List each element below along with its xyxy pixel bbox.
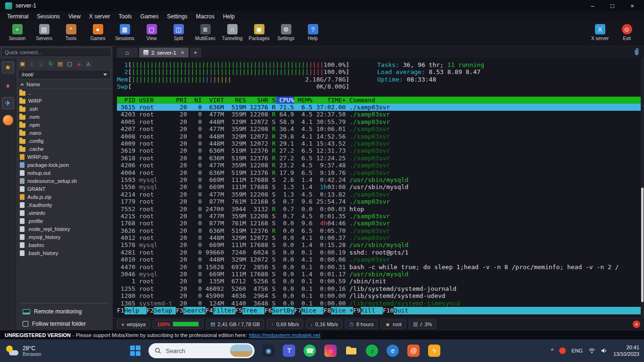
toolbar-help-button[interactable]: ?Help	[299, 24, 326, 41]
tray-app-icon[interactable]	[559, 347, 566, 354]
fkey-filter[interactable]: F4Filter	[206, 307, 235, 314]
favorites-star-icon[interactable]: ★	[2, 61, 14, 74]
ms-app-icon[interactable]	[449, 345, 461, 357]
process-row[interactable]: 4203 root 20 0 477M 359M 12208 R 64.9 4.…	[117, 111, 644, 118]
toolbar-tools-button[interactable]: *Tools	[58, 24, 84, 41]
menu-games[interactable]: Games	[136, 12, 163, 21]
file-item-mysql-history[interactable]: .mysql_history	[16, 233, 113, 241]
menu-x-server[interactable]: X server	[85, 12, 115, 21]
column-header-pri[interactable]: PRI	[176, 97, 187, 104]
mail-icon[interactable]: @	[407, 345, 420, 357]
file-item-nodesource-setup-sh[interactable]: nodesource_setup.sh	[16, 177, 113, 185]
terminal-scrollbar[interactable]	[641, 58, 644, 318]
remote-monitoring-button[interactable]: Remote monitoring	[16, 305, 113, 318]
taskbar-clock[interactable]: 20:41 13/10/2023	[613, 344, 639, 357]
toolbar-x-server-button[interactable]: XX server	[586, 24, 613, 41]
column-header-cpu[interactable]: CPU%	[276, 97, 294, 104]
fkey-nice[interactable]: F8Nice +	[323, 307, 353, 314]
edge-icon[interactable]: e	[387, 345, 399, 357]
teams-icon[interactable]: T	[283, 345, 295, 357]
column-header-ni[interactable]: NI	[187, 97, 202, 104]
column-header-shr[interactable]: SHR	[246, 97, 268, 104]
status-cpu-gauge[interactable]: 100%	[153, 320, 203, 329]
terminal[interactable]: 1[||||||||||||||||||||||||||||||||||||||…	[113, 58, 644, 318]
quick-connect-input[interactable]	[1, 48, 111, 57]
file-item-bashrc[interactable]: .bashrc	[16, 241, 113, 249]
column-header-user[interactable]: USER	[135, 97, 176, 104]
file-item-wirp[interactable]: WIRP	[16, 97, 113, 105]
file-item-wirp-zip[interactable]: WIRP.zip	[16, 153, 113, 161]
open-folder-icon[interactable]: ▤	[56, 60, 64, 68]
zap-icon[interactable]: ϟ	[428, 345, 440, 357]
process-row[interactable]: 3046 mysql 20 0 669M 111M 17688 S 0.0 1.…	[117, 271, 644, 278]
status-download[interactable]: ↓0,16 Mb/s	[306, 320, 342, 329]
column-header-res[interactable]: RES	[224, 97, 246, 104]
process-row[interactable]: 4008 root 20 0 448M 329M 12072 R 29.8 4.…	[117, 133, 644, 140]
menu-macros[interactable]: Macros	[192, 12, 219, 21]
toolbar-games-button[interactable]: ●Games	[84, 24, 111, 41]
start-button[interactable]	[130, 345, 141, 356]
name-column-header[interactable]: Name	[16, 80, 113, 89]
menu-help[interactable]: Help	[219, 12, 239, 21]
toolbar-packages-button[interactable]: ▣Packages	[246, 24, 272, 41]
process-row[interactable]: 4206 root 20 0 477M 359M 12208 R 23.2 4.…	[117, 162, 644, 169]
status-disk[interactable]: ▥/: 3%	[409, 320, 436, 329]
process-row[interactable]: 1 root 20 0 135M 6712 5256 S 0.0 0.1 0:0…	[117, 278, 644, 285]
process-row[interactable]: 1280 root 20 0 45900 4036 2964 S 0.0 0.1…	[117, 292, 644, 299]
file-item-aufa-js-zip[interactable]: Aufa.js.zip	[16, 193, 113, 201]
process-row[interactable]: 4004 root 20 0 636M 519M 12376 R 17.9 6.…	[117, 169, 644, 176]
column-header-pid[interactable]: PID	[117, 97, 135, 104]
new-tab-button[interactable]: +	[190, 48, 201, 58]
weather-widget[interactable]: 28°C Berawan	[5, 345, 41, 357]
process-row[interactable]: 7552 root 20 0 24700 3944 3132 R 0.7 0.0…	[117, 206, 644, 213]
maximize-button[interactable]: □	[603, 0, 622, 11]
tray-chevron-icon[interactable]: ^	[551, 347, 553, 354]
status-uptime[interactable]: ◷8 hours	[345, 320, 378, 329]
process-row[interactable]: 4214 root 20 0 477M 359M 12208 S 1.3 4.5…	[117, 191, 644, 198]
process-row[interactable]: 4281 root 20 0 99660 7240 6024 S 0.0 0.1…	[117, 249, 644, 256]
process-row[interactable]: 3618 root 20 0 636M 519M 12376 R 27.2 6.…	[117, 155, 644, 162]
stop-icon[interactable]: ●	[75, 60, 83, 68]
column-header-mem[interactable]: MEM%	[294, 97, 313, 104]
fkey-quit[interactable]: F10Quit	[383, 307, 416, 314]
toolbar-split-button[interactable]: ◫Split	[165, 24, 192, 41]
status-user[interactable]: ☻root	[380, 320, 406, 329]
menu-terminal[interactable]: Terminal	[3, 12, 33, 21]
file-item-nano[interactable]: .nano	[16, 129, 113, 137]
minimize-button[interactable]: –	[583, 0, 603, 11]
process-row[interactable]: 4012 root 20 0 448M 329M 12072 S 0.0 4.1…	[117, 234, 644, 241]
edit-icon[interactable]: A	[84, 60, 92, 68]
toolbar-tunneling-button[interactable]: ∩Tunneling	[219, 24, 246, 41]
macros-icon[interactable]: ♦	[2, 79, 14, 91]
menu-view[interactable]: View	[64, 12, 85, 21]
file-item-profile[interactable]: .profile	[16, 217, 113, 225]
copilot-icon[interactable]: ◉	[262, 345, 274, 357]
file-item-xauthority[interactable]: .Xauthority	[16, 201, 113, 209]
toolbar-exit-button[interactable]: ⊙Exit	[613, 24, 640, 41]
menu-tools[interactable]: Tools	[115, 12, 136, 21]
new-file-icon[interactable]: ▢	[66, 60, 74, 68]
column-header-time[interactable]: TIME+	[313, 97, 346, 104]
process-row[interactable]: 3626 root 20 0 636M 519M 12376 R 0.0 6.5…	[117, 227, 644, 234]
toolbar-servers-button[interactable]: ▤Servers	[31, 24, 58, 41]
fkey-search[interactable]: F3Search	[176, 307, 206, 314]
process-row[interactable]: 4010 root 20 0 448M 329M 12072 S 0.0 4.1…	[117, 256, 644, 263]
fkey-tree[interactable]: F5Tree	[235, 307, 265, 314]
refresh-icon[interactable]: ↻	[47, 60, 55, 68]
process-row[interactable]: 4009 root 20 0 448M 329M 12072 R 29.1 4.…	[117, 140, 644, 147]
process-row[interactable]: 1578 mysql 20 0 669M 111M 17688 S 0.0 1.…	[117, 241, 644, 248]
process-row[interactable]: 1255 root 20 0 46092 5260 4756 S 0.0 0.1…	[117, 285, 644, 292]
file-item-cache[interactable]: .cache	[16, 145, 113, 153]
fkey-kill[interactable]: F9Kill	[353, 307, 383, 314]
path-dropdown[interactable]: /root/	[18, 70, 111, 79]
close-button[interactable]: ×	[622, 0, 642, 11]
file-item-config[interactable]: .config	[16, 137, 113, 145]
process-row-selected[interactable]: 3615 root 20 0 636M 519M 12376 R 71.5 6.…	[117, 104, 644, 111]
process-row[interactable]: 1768 root 20 0 877M 761M 12168 S 0.0 9.6…	[117, 220, 644, 227]
upload-icon[interactable]: ↑	[28, 60, 36, 68]
process-row[interactable]: 1365 systemd-t 20 0 124M 4140 3648 S 0.0…	[117, 300, 644, 307]
paperclip-icon[interactable]	[634, 48, 640, 56]
file-item-grant[interactable]: GRANT	[16, 185, 113, 193]
toolbar-session-button[interactable]: +Session	[4, 24, 31, 41]
menu-sessions[interactable]: Sessions	[33, 12, 64, 21]
